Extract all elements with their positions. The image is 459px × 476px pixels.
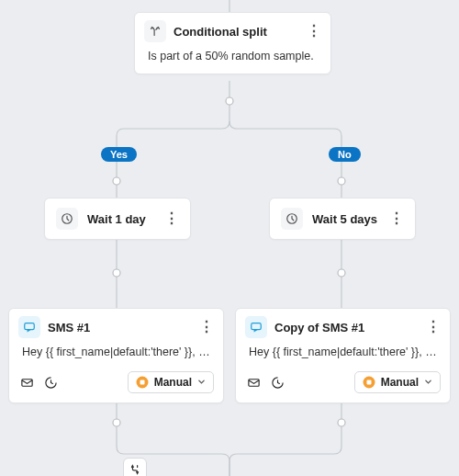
svg-point-2	[226, 97, 233, 105]
wait-card-right[interactable]: Wait 5 days ⋮	[269, 198, 416, 240]
sms-right-body: Hey {{ first_name|default:'there' }}, it…	[236, 346, 450, 368]
envelope-icon[interactable]	[245, 374, 262, 391]
svg-point-10	[113, 419, 120, 426]
conditional-description: Is part of a 50% random sample.	[135, 50, 330, 74]
wait-right-more-button[interactable]: ⋮	[389, 213, 404, 224]
envelope-icon[interactable]	[18, 374, 35, 391]
svg-rect-20	[248, 379, 258, 386]
stop-icon	[136, 376, 149, 389]
stop-icon	[363, 376, 375, 389]
sms-right-more-button[interactable]: ⋮	[426, 322, 441, 333]
split-icon	[144, 20, 166, 42]
svg-point-3	[113, 177, 120, 185]
svg-point-8	[338, 269, 345, 277]
chevron-down-icon	[197, 378, 206, 388]
sms-right-title: Copy of SMS #1	[274, 321, 419, 334]
svg-rect-16	[21, 379, 31, 386]
sms-left-more-button[interactable]: ⋮	[199, 322, 214, 333]
sms-left-mode-button[interactable]: Manual	[128, 371, 214, 393]
conditional-more-button[interactable]: ⋮	[307, 26, 321, 37]
wait-left-more-button[interactable]: ⋮	[164, 213, 179, 224]
clock-icon	[281, 208, 303, 230]
sms-card-left[interactable]: SMS #1 ⋮ Hey {{ first_name|default:'ther…	[8, 308, 224, 403]
svg-rect-22	[366, 380, 371, 385]
svg-point-6	[113, 269, 120, 277]
svg-rect-18	[140, 380, 144, 385]
sms-icon	[245, 316, 267, 338]
svg-rect-15	[25, 323, 35, 330]
schedule-icon[interactable]	[269, 374, 285, 391]
sms-right-mode-label: Manual	[381, 376, 419, 389]
clock-icon	[56, 208, 78, 230]
merge-button[interactable]	[123, 458, 147, 476]
sms-left-body: Hey {{ first_name|default:'there' }}, it…	[9, 346, 223, 368]
svg-point-4	[338, 177, 345, 185]
branch-pill-no: No	[329, 147, 361, 162]
sms-left-title: SMS #1	[48, 321, 192, 334]
sms-left-mode-label: Manual	[154, 376, 192, 389]
conditional-split-card[interactable]: Conditional split ⋮ Is part of a 50% ran…	[134, 12, 331, 74]
branch-pill-yes: Yes	[101, 147, 137, 162]
wait-left-title: Wait 1 day	[87, 212, 155, 226]
merge-icon	[129, 463, 141, 476]
sms-card-right[interactable]: Copy of SMS #1 ⋮ Hey {{ first_name|defau…	[235, 308, 451, 403]
svg-rect-19	[252, 323, 262, 330]
wait-card-left[interactable]: Wait 1 day ⋮	[44, 198, 191, 240]
sms-icon	[18, 316, 40, 338]
svg-point-12	[338, 419, 345, 426]
schedule-icon[interactable]	[42, 374, 59, 391]
sms-right-mode-button[interactable]: Manual	[354, 371, 441, 393]
conditional-title: Conditional split	[174, 25, 299, 39]
chevron-down-icon	[424, 378, 432, 388]
wait-right-title: Wait 5 days	[312, 212, 380, 226]
